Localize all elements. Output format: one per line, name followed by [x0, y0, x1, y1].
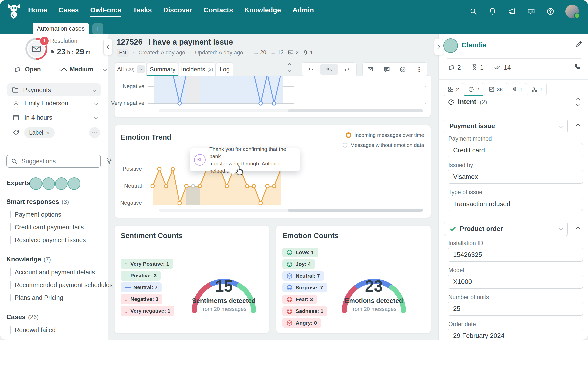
contact-avatar[interactable] [443, 38, 458, 53]
flag-icon: ⚑ [50, 49, 55, 56]
grid-icon [448, 86, 454, 92]
call-phone-icon[interactable] [573, 63, 581, 71]
nav-item-knowledge[interactable]: Knowledge [244, 4, 281, 16]
reply-all-button[interactable] [320, 64, 338, 75]
knowledge-item[interactable]: Account and payment details [10, 268, 95, 276]
smart-response-item[interactable]: Credit card payment fails [10, 223, 84, 231]
remove-label-icon[interactable]: × [46, 129, 50, 136]
ticket-icon [14, 66, 21, 73]
emotion-badge-surprise: Surprise: 7 [282, 283, 327, 292]
messages-chat-icon[interactable] [527, 7, 535, 15]
tab-summary[interactable]: Summary [147, 62, 178, 76]
divider [438, 111, 588, 111]
expert-avatar[interactable] [68, 177, 80, 190]
intent-gauge-icon [468, 86, 474, 92]
intent-select-product-order[interactable]: Product order [444, 222, 568, 236]
field-number-of-units[interactable]: 25 [448, 302, 583, 316]
notifications-bell-icon[interactable] [488, 7, 496, 15]
dash-icon: — [125, 283, 131, 290]
collapse-left-panel-button[interactable] [103, 39, 112, 55]
priority-dropdown[interactable]: Medium [62, 66, 106, 73]
tab-all[interactable]: All(20) [115, 62, 147, 76]
assignee-dropdown[interactable]: Emily Enderson [13, 100, 98, 107]
tab-incidents[interactable]: Incidents(2) [179, 62, 216, 76]
suggestions-search-input[interactable] [21, 157, 102, 165]
field-issued-by[interactable]: Visamex [448, 170, 583, 184]
status-dropdown[interactable]: Open [14, 66, 63, 73]
detail-tab-overview[interactable]: 2 [444, 83, 463, 96]
detail-tab-tasks[interactable]: 38 [484, 83, 507, 96]
smile-icon [286, 249, 293, 256]
nav-item-admin[interactable]: Admin [292, 4, 314, 16]
ticket-stat[interactable]: 2 [448, 64, 461, 71]
queue-dropdown[interactable]: Payments [7, 83, 101, 96]
forward-button[interactable] [339, 66, 356, 73]
intent-gauge-icon [448, 99, 454, 105]
detail-tab-attachments[interactable]: 1 [508, 83, 526, 96]
collapse-intent-2-chevron[interactable] [576, 227, 580, 231]
chevron-down-icon [94, 101, 98, 105]
arrow-up-icon: ↑ [125, 260, 128, 267]
intent-section-expand-control[interactable] [576, 98, 579, 106]
intent-select-payment-issue[interactable]: Payment issue [444, 119, 568, 133]
tab-all-dropdown-button[interactable] [137, 65, 145, 73]
add-tab-button[interactable]: + [92, 23, 103, 34]
check-icon [449, 225, 456, 232]
mark-done-button[interactable] [399, 66, 406, 73]
due-dropdown[interactable]: In 4 hours [13, 114, 98, 121]
checkbox-icon [489, 86, 495, 92]
emotion-trend-scrollbar-thumb[interactable] [288, 209, 423, 212]
resolved-stat[interactable]: 14 [494, 64, 511, 71]
nav-icon-group [469, 5, 579, 18]
edit-pencil-icon[interactable] [575, 40, 583, 48]
field-installation-id[interactable]: 15426325 [448, 248, 583, 262]
expert-avatar[interactable] [30, 177, 42, 190]
collapse-right-panel-button[interactable] [434, 39, 443, 55]
search-icon[interactable] [469, 7, 477, 15]
new-message-button[interactable] [367, 66, 374, 73]
field-model[interactable]: X1000 [448, 275, 583, 289]
expert-avatar[interactable] [55, 177, 68, 190]
more-options-button[interactable]: ··· [89, 127, 100, 138]
experts-label: Experts [6, 179, 30, 187]
hourglass-stat[interactable]: 1 [471, 64, 484, 71]
tab-automation-cases[interactable]: Automation cases [33, 23, 89, 34]
expert-avatar[interactable] [42, 177, 55, 190]
reply-button[interactable] [302, 66, 320, 73]
emotion-gauge-value: 23 [349, 277, 399, 295]
nav-item-home[interactable]: Home [28, 4, 47, 16]
field-order-date[interactable]: 29 February 2024 [448, 329, 583, 340]
smart-response-item[interactable]: Resolved payment issues [10, 236, 86, 244]
comments-count: 2 [288, 49, 299, 56]
tab-log[interactable]: Log [216, 62, 233, 76]
nav-item-owlforce[interactable]: OwlForce [90, 4, 121, 16]
owl-logo-icon[interactable] [6, 3, 22, 20]
nav-item-tasks[interactable]: Tasks [133, 4, 152, 16]
nav-item-discover[interactable]: Discover [163, 4, 192, 16]
nav-item-contacts[interactable]: Contacts [204, 4, 233, 16]
announcements-megaphone-icon[interactable] [507, 7, 516, 15]
detail-tab-intent[interactable]: 2 [464, 83, 483, 96]
field-type-of-issue[interactable]: Transaction refused [448, 197, 583, 211]
smile-icon [286, 261, 293, 267]
nav-item-cases[interactable]: Cases [59, 4, 79, 16]
emotion-badge-fear: Fear: 3 [282, 295, 317, 304]
field-payment-method[interactable]: Credit card [448, 143, 583, 157]
case-item[interactable]: Renewal failed [10, 326, 56, 334]
kebab-menu-button[interactable]: ⋮ [416, 65, 423, 74]
knowledge-item[interactable]: Recommended payment schedules [10, 281, 113, 289]
label-chip[interactable]: Label × [24, 127, 55, 138]
lightbulb-icon[interactable] [106, 158, 112, 165]
collapse-intent-1-chevron[interactable] [576, 124, 580, 129]
emotion-badge-joy: Joy: 4 [282, 259, 315, 269]
contact-name[interactable]: Claudia [461, 41, 487, 49]
sentiment-trend-scrollbar-thumb[interactable] [288, 109, 423, 112]
user-avatar[interactable] [565, 5, 579, 18]
smart-responses-heading: Smart responses(3) [6, 198, 69, 206]
smart-response-item[interactable]: Payment options [10, 211, 61, 218]
help-icon[interactable] [546, 7, 554, 15]
knowledge-item[interactable]: Plans and Pricing [10, 294, 63, 301]
add-comment-button[interactable] [384, 66, 390, 73]
detail-tab-relations[interactable]: 1 [527, 83, 547, 96]
expand-collapse-sort-control[interactable] [288, 64, 291, 72]
